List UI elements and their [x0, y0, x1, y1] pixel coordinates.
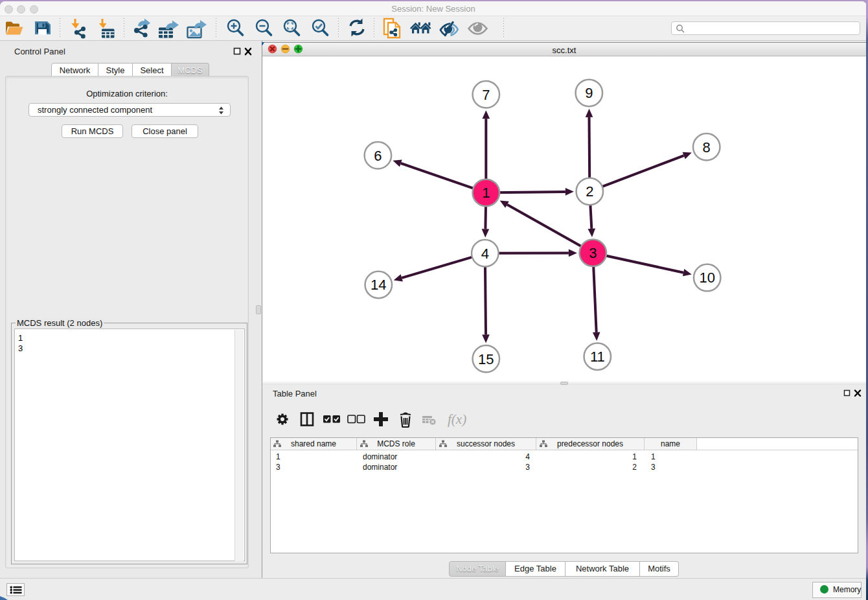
- svg-text:7: 7: [482, 87, 490, 103]
- svg-text:4: 4: [481, 246, 489, 262]
- svg-text:14: 14: [371, 277, 386, 293]
- svg-text:f(x): f(x): [448, 411, 466, 427]
- svg-text:8: 8: [703, 139, 711, 156]
- svg-text:11: 11: [590, 349, 605, 365]
- svg-text:1: 1: [482, 185, 490, 201]
- svg-text:9: 9: [585, 85, 593, 101]
- svg-text:15: 15: [478, 351, 494, 367]
- svg-text:10: 10: [699, 270, 714, 286]
- svg-text:3: 3: [589, 245, 597, 261]
- svg-text:2: 2: [586, 183, 593, 200]
- svg-text:6: 6: [374, 148, 382, 164]
